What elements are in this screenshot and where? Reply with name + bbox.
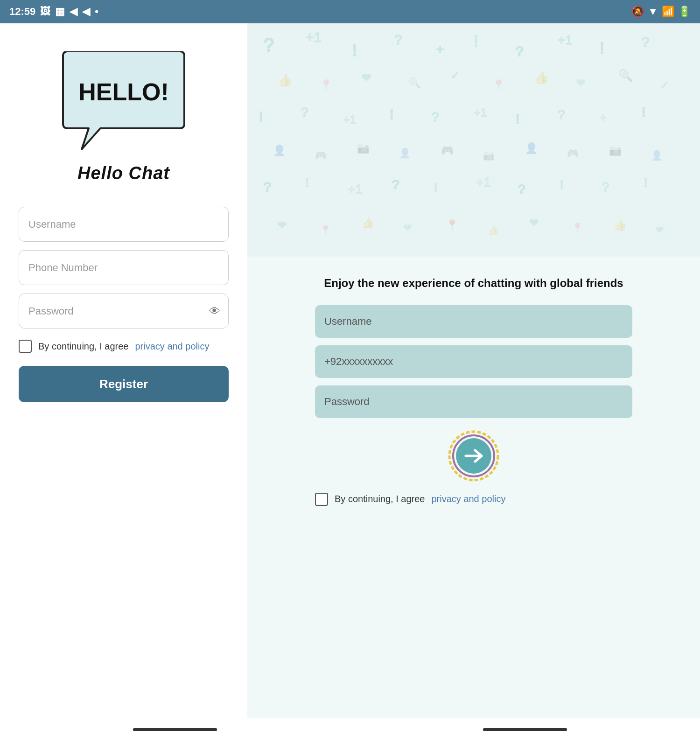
- svg-text:👍: 👍: [362, 217, 375, 229]
- svg-text:!: !: [600, 39, 604, 57]
- username-input[interactable]: [19, 207, 229, 242]
- svg-text:+: +: [436, 42, 444, 56]
- calendar-icon: ▦: [55, 6, 65, 18]
- bottom-indicator-right: [483, 728, 567, 731]
- svg-text:❤: ❤: [278, 219, 286, 231]
- password-wrapper: 👁: [19, 294, 229, 329]
- svg-text:👤: 👤: [273, 144, 286, 157]
- svg-text:👤: 👤: [651, 150, 663, 161]
- svg-text:🔍: 🔍: [618, 68, 633, 83]
- nav-icon: ◀: [70, 6, 77, 18]
- register-button[interactable]: Register: [19, 366, 229, 402]
- agree-row: By continuing, I agree privacy and polic…: [19, 340, 229, 353]
- status-right: 🔕 ▼ 📶 🔋: [631, 6, 691, 18]
- tagline: Enjoy the new experience of chatting wit…: [324, 275, 623, 291]
- photo-icon: 🖼: [40, 6, 50, 18]
- nav2-icon: ◀: [82, 6, 90, 18]
- app-title: Hello Chat: [77, 163, 170, 183]
- svg-text:📍: 📍: [492, 79, 505, 91]
- svg-text:📍: 📍: [572, 222, 583, 233]
- svg-text:❤: ❤: [362, 71, 371, 84]
- svg-text:🎮: 🎮: [315, 150, 327, 161]
- pattern-area: ? +1 ! ? + ! ? +1 ! ? 👍 📍 ❤ 🔍 ✓ 📍: [247, 23, 700, 257]
- dot-icon: •: [95, 6, 98, 18]
- svg-text:📷: 📷: [357, 142, 370, 154]
- left-form: 👁 By continuing, I agree privacy and pol…: [19, 207, 229, 402]
- svg-text:+1: +1: [474, 106, 487, 119]
- arrow-circle-button[interactable]: [448, 430, 499, 482]
- right-panel: ? +1 ! ? + ! ? +1 ! ? 👍 📍 ❤ 🔍 ✓ 📍: [247, 23, 700, 718]
- svg-text:?: ?: [516, 43, 524, 59]
- agree-checkbox[interactable]: [19, 340, 32, 353]
- svg-text:👍: 👍: [614, 219, 627, 231]
- svg-text:?: ?: [558, 107, 565, 122]
- svg-text:👍: 👍: [278, 73, 293, 87]
- left-panel: HELLO! Hello Chat 👁 By continuing, I agr…: [0, 23, 247, 718]
- phone-input[interactable]: [19, 250, 229, 285]
- svg-text:+1: +1: [348, 182, 363, 196]
- svg-text:📍: 📍: [446, 219, 459, 231]
- right-agree-row: By continuing, I agree privacy and polic…: [315, 493, 632, 506]
- right-phone-input[interactable]: [315, 345, 632, 378]
- wifi-icon: ▼: [648, 6, 658, 18]
- svg-text:👍: 👍: [488, 224, 499, 236]
- svg-text:+1: +1: [306, 29, 322, 45]
- svg-text:✓: ✓: [660, 79, 669, 91]
- bottom-bar: [0, 718, 700, 741]
- svg-text:+1: +1: [343, 113, 357, 126]
- svg-text:❤: ❤: [530, 217, 538, 229]
- svg-text:📷: 📷: [609, 144, 622, 157]
- svg-text:!: !: [352, 41, 357, 59]
- hello-bubble: HELLO!: [54, 51, 194, 154]
- status-time: 12:59: [9, 6, 35, 18]
- svg-text:+1: +1: [558, 33, 573, 47]
- svg-text:?: ?: [392, 177, 399, 192]
- right-username-input[interactable]: [315, 305, 632, 338]
- svg-text:👍: 👍: [534, 70, 549, 85]
- svg-text:!: !: [644, 176, 647, 189]
- svg-text:?: ?: [518, 182, 525, 196]
- svg-text:!: !: [434, 181, 437, 194]
- right-agree-text: By continuing, I agree: [335, 494, 425, 504]
- main-content: HELLO! Hello Chat 👁 By continuing, I agr…: [0, 23, 700, 718]
- svg-text:📍: 📍: [320, 224, 331, 236]
- svg-text:✓: ✓: [450, 69, 460, 82]
- eye-icon[interactable]: 👁: [209, 305, 220, 318]
- svg-text:?: ?: [642, 34, 650, 49]
- svg-text:+1: +1: [476, 175, 491, 189]
- svg-text:?: ?: [394, 32, 402, 47]
- svg-text:❤: ❤: [656, 225, 664, 235]
- svg-text:HELLO!: HELLO!: [78, 78, 169, 105]
- right-password-input[interactable]: [315, 385, 632, 418]
- svg-text:!: !: [306, 176, 309, 189]
- svg-text:🎮: 🎮: [441, 144, 454, 157]
- right-form-area: Enjoy the new experience of chatting wit…: [247, 257, 700, 524]
- svg-text:!: !: [390, 106, 393, 122]
- battery-icon: 🔋: [678, 6, 691, 18]
- svg-text:👤: 👤: [399, 147, 411, 159]
- svg-text:🎮: 🎮: [567, 147, 579, 159]
- svg-text:👤: 👤: [525, 142, 538, 154]
- bottom-indicator-left: [133, 728, 217, 731]
- svg-text:!: !: [259, 109, 263, 124]
- svg-text:?: ?: [301, 105, 308, 119]
- svg-text:+: +: [600, 111, 607, 124]
- status-left: 12:59 🖼 ▦ ◀ ◀ •: [9, 6, 98, 18]
- svg-text:❤: ❤: [576, 77, 585, 89]
- right-privacy-link[interactable]: privacy and policy: [431, 494, 505, 504]
- svg-text:❤: ❤: [404, 223, 412, 233]
- svg-text:!: !: [516, 111, 519, 126]
- svg-text:🔍: 🔍: [408, 77, 421, 89]
- status-bar: 12:59 🖼 ▦ ◀ ◀ • 🔕 ▼ 📶 🔋: [0, 0, 700, 23]
- signal-icon: 📶: [662, 6, 674, 18]
- svg-text:!: !: [474, 32, 478, 50]
- password-input[interactable]: [19, 294, 229, 329]
- svg-text:📍: 📍: [320, 79, 333, 91]
- svg-text:?: ?: [432, 110, 439, 124]
- svg-text:!: !: [642, 104, 645, 119]
- svg-text:📷: 📷: [483, 150, 495, 161]
- right-agree-checkbox[interactable]: [315, 493, 328, 506]
- privacy-link[interactable]: privacy and policy: [135, 341, 209, 352]
- agree-text: By continuing, I agree: [38, 341, 128, 352]
- mute-icon: 🔕: [631, 6, 644, 18]
